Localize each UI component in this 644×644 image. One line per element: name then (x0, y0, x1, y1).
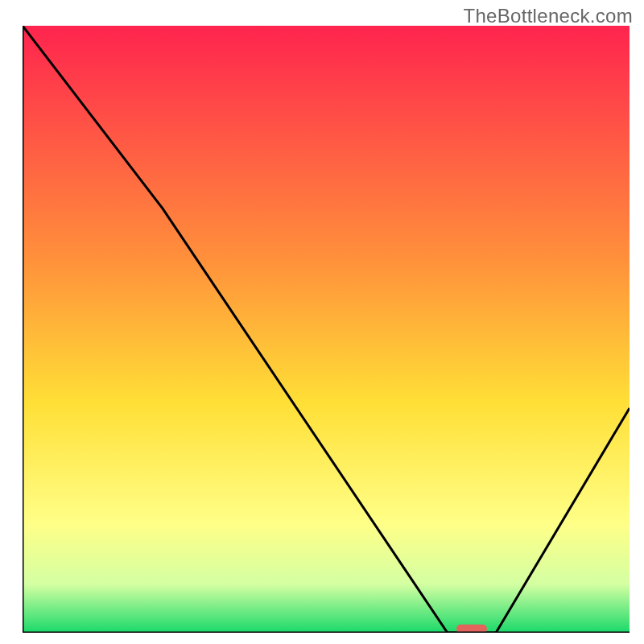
chart-container: TheBottleneck.com line bottleneck_curve … (0, 0, 644, 644)
watermark-text: TheBottleneck.com (463, 5, 633, 27)
bottleneck-plot (23, 26, 630, 633)
optimal-marker (456, 625, 487, 633)
plot-background (23, 26, 630, 633)
